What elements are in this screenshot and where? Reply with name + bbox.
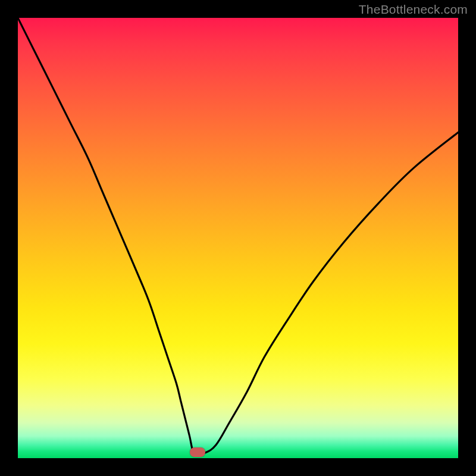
- chart-frame: TheBottleneck.com: [0, 0, 476, 476]
- gradient-background: [18, 18, 458, 458]
- plot-area: [18, 18, 458, 458]
- watermark-label: TheBottleneck.com: [359, 2, 468, 17]
- optimal-marker: [190, 447, 205, 457]
